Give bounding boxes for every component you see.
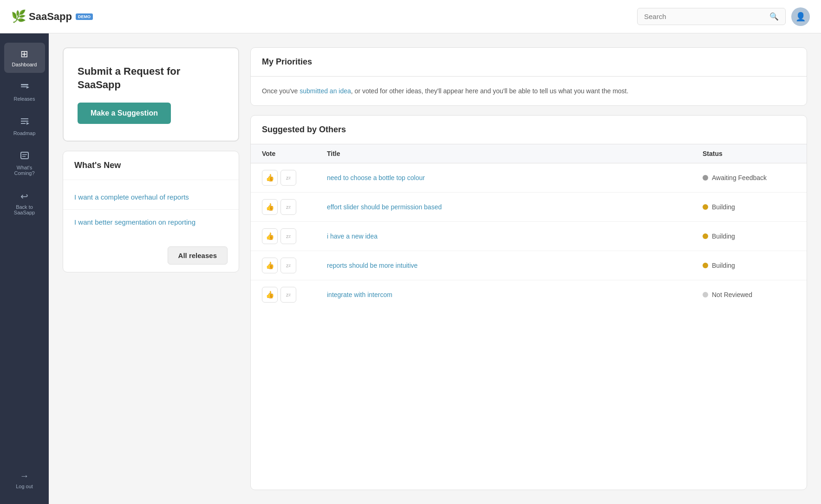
status-label: Building (712, 203, 735, 211)
logo: 🌿 SaaSapp DEMO (11, 9, 93, 24)
zzz-button[interactable]: zz (280, 287, 296, 303)
sidebar-item-logout[interactable]: → Log out (4, 465, 45, 495)
whats-coming-icon (20, 151, 29, 162)
whats-new-items: I want a complete overhaul of reports I … (63, 180, 239, 239)
zzz-button[interactable]: zz (280, 228, 296, 244)
status-cell: Awaiting Feedback (703, 174, 795, 181)
sidebar-item-roadmap[interactable]: Roadmap (4, 111, 45, 142)
status-dot (703, 204, 708, 210)
zzz-button[interactable]: zz (280, 170, 296, 186)
sidebar-item-dashboard-label: Dashboard (12, 62, 37, 67)
sidebar-item-back-label: Back to SaaSapp (9, 204, 40, 215)
suggestion-title[interactable]: effort slider should be permission based (327, 203, 703, 211)
releases-icon (20, 82, 29, 94)
vote-cell: 👍 zz (262, 228, 327, 244)
table-header: Vote Title Status (251, 144, 807, 163)
whats-new-footer: All releases (63, 239, 239, 272)
topbar: 🌿 SaaSapp DEMO 🔍 👤 (0, 0, 821, 33)
sidebar-item-whats-coming[interactable]: What's Coming? (4, 145, 45, 181)
whats-new-card: What's New I want a complete overhaul of… (63, 151, 239, 272)
status-label: Awaiting Feedback (712, 174, 767, 181)
my-priorities-body: Once you've submitted an idea, or voted … (251, 77, 807, 105)
vote-cell: 👍 zz (262, 258, 327, 273)
search-icon: 🔍 (769, 12, 779, 21)
sidebar-item-logout-label: Log out (16, 484, 33, 489)
suggested-by-others-panel: Suggested by Others Vote Title Status 👍 … (250, 115, 807, 490)
status-dot (703, 175, 708, 181)
my-priorities-prefix: Once you've (262, 87, 300, 95)
logo-badge: DEMO (76, 13, 93, 20)
back-icon: ↩ (20, 191, 28, 202)
table-row: 👍 zz i have a new idea Building (251, 222, 807, 251)
sidebar: ⊞ Dashboard Releases (0, 33, 49, 504)
layout: ⊞ Dashboard Releases (0, 33, 821, 504)
upvote-button[interactable]: 👍 (262, 258, 278, 273)
svg-marker-2 (26, 86, 29, 89)
suggestion-title[interactable]: reports should be more intuitive (327, 262, 703, 269)
whats-new-header: What's New (63, 151, 239, 180)
col-title: Title (327, 150, 703, 157)
sidebar-item-whats-coming-label: What's Coming? (9, 165, 40, 176)
status-cell: Building (703, 203, 795, 211)
search-input[interactable] (644, 13, 769, 20)
logo-icon: 🌿 (11, 9, 26, 24)
suggestion-title[interactable]: integrate with intercom (327, 291, 703, 298)
all-releases-button[interactable]: All releases (168, 246, 228, 265)
whats-new-item[interactable]: I want better segmentation on reporting (63, 210, 239, 234)
svg-rect-1 (21, 86, 26, 87)
status-cell: Not Reviewed (703, 291, 795, 298)
suggestion-title[interactable]: need to choose a bottle top colour (327, 174, 703, 181)
submit-card: Submit a Request for SaaSapp Make a Sugg… (63, 47, 239, 142)
sidebar-item-back[interactable]: ↩ Back to SaaSapp (4, 185, 45, 221)
status-cell: Building (703, 262, 795, 269)
sidebar-bottom: → Log out (0, 465, 49, 495)
avatar[interactable]: 👤 (791, 7, 810, 26)
make-suggestion-button[interactable]: Make a Suggestion (78, 103, 171, 124)
my-priorities-panel: My Priorities Once you've submitted an i… (250, 47, 807, 106)
upvote-button[interactable]: 👍 (262, 170, 278, 186)
main-content: Submit a Request for SaaSapp Make a Sugg… (49, 33, 821, 504)
upvote-button[interactable]: 👍 (262, 199, 278, 215)
svg-rect-0 (21, 84, 28, 85)
left-column: Submit a Request for SaaSapp Make a Sugg… (63, 47, 239, 490)
suggested-by-others-header: Suggested by Others (251, 116, 807, 144)
zzz-button[interactable]: zz (280, 258, 296, 273)
svg-marker-6 (26, 122, 29, 125)
table-row: 👍 zz reports should be more intuitive Bu… (251, 251, 807, 280)
status-dot (703, 233, 708, 239)
dashboard-icon: ⊞ (20, 48, 28, 59)
whats-new-item[interactable]: I want a complete overhaul of reports (63, 185, 239, 210)
search-box[interactable]: 🔍 (637, 8, 786, 25)
sidebar-item-dashboard[interactable]: ⊞ Dashboard (4, 43, 45, 73)
upvote-button[interactable]: 👍 (262, 287, 278, 303)
topbar-right: 🔍 👤 (637, 7, 810, 26)
sidebar-item-releases[interactable]: Releases (4, 77, 45, 107)
col-status: Status (703, 150, 795, 157)
right-column: My Priorities Once you've submitted an i… (250, 47, 807, 490)
col-vote: Vote (262, 150, 327, 157)
submit-card-title: Submit a Request for SaaSapp (78, 65, 224, 91)
roadmap-icon (20, 116, 29, 128)
suggestion-title[interactable]: i have a new idea (327, 233, 703, 240)
upvote-button[interactable]: 👍 (262, 228, 278, 244)
status-label: Building (712, 262, 735, 269)
svg-rect-7 (21, 152, 28, 159)
my-priorities-suffix: , or voted for other ideas, they'll appe… (351, 87, 629, 95)
table-row: 👍 zz integrate with intercom Not Reviewe… (251, 280, 807, 309)
my-priorities-header: My Priorities (251, 48, 807, 77)
sidebar-item-roadmap-label: Roadmap (13, 130, 36, 136)
vote-cell: 👍 zz (262, 199, 327, 215)
logo-text: SaaSapp (29, 11, 72, 23)
sidebar-item-releases-label: Releases (14, 96, 35, 102)
vote-cell: 👍 zz (262, 170, 327, 186)
status-cell: Building (703, 233, 795, 240)
status-label: Not Reviewed (712, 291, 752, 298)
status-label: Building (712, 233, 735, 240)
zzz-button[interactable]: zz (280, 199, 296, 215)
status-dot (703, 292, 708, 297)
logout-icon: → (20, 471, 29, 481)
vote-cell: 👍 zz (262, 287, 327, 303)
table-row: 👍 zz need to choose a bottle top colour … (251, 163, 807, 193)
submitted-idea-link[interactable]: submitted an idea (300, 87, 351, 95)
table-row: 👍 zz effort slider should be permission … (251, 193, 807, 222)
